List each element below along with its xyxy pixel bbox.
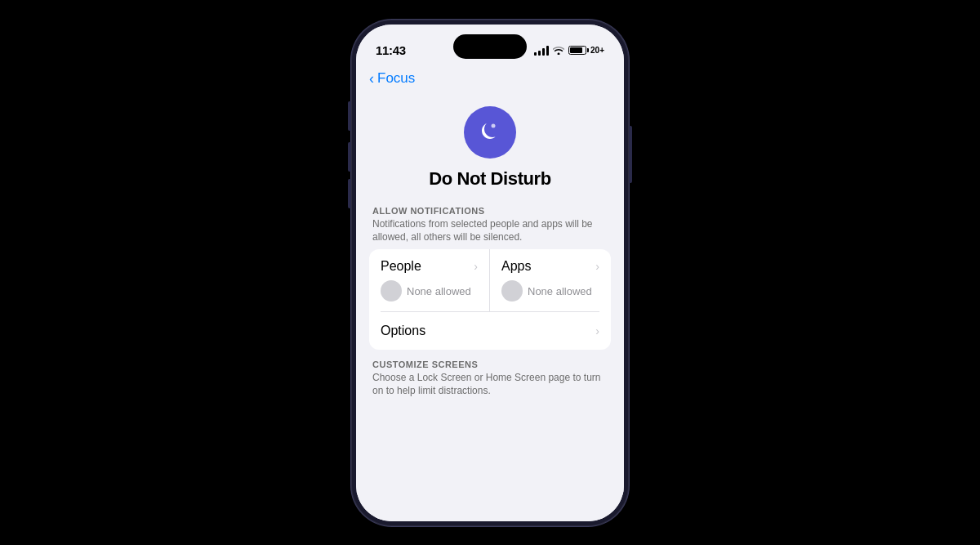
allow-notifications-section: ALLOW NOTIFICATIONS Notifications from s… [369, 206, 611, 350]
notifications-card: People › None allowed [369, 249, 611, 350]
apps-avatar [501, 280, 523, 302]
hero-section: Do Not Disturb [356, 93, 624, 206]
options-label: Options [381, 324, 425, 338]
people-chevron-icon: › [474, 260, 478, 273]
settings-sections: ALLOW NOTIFICATIONS Notifications from s… [356, 206, 624, 521]
section-header-notifications: ALLOW NOTIFICATIONS Notifications from s… [369, 206, 611, 250]
status-time: 11:43 [376, 43, 406, 57]
content-area: ‹ Focus Do Not Disturb ALLOW NOT [356, 65, 624, 521]
options-row[interactable]: Options › [369, 312, 611, 350]
apps-label: Apps [501, 259, 531, 274]
apps-status: None allowed [528, 285, 592, 297]
people-status: None allowed [407, 285, 471, 297]
page-title: Do Not Disturb [429, 168, 551, 190]
battery-label: 20+ [590, 46, 604, 55]
back-chevron-icon: ‹ [369, 71, 374, 86]
back-nav[interactable]: ‹ Focus [356, 65, 624, 93]
people-status-row: None allowed [381, 280, 478, 302]
people-item[interactable]: People › None allowed [369, 249, 490, 311]
section-subtitle-customize: Choose a Lock Screen or Home Screen page… [372, 371, 608, 399]
section-title-customize: CUSTOMIZE SCREENS [372, 360, 608, 369]
battery-icon: 20+ [568, 46, 604, 55]
phone-screen: 11:43 20+ [356, 25, 624, 521]
signal-icon [534, 46, 549, 56]
apps-header: Apps › [501, 259, 599, 274]
apps-item[interactable]: Apps › None allowed [490, 249, 611, 311]
wifi-icon [553, 45, 564, 56]
people-header: People › [381, 259, 478, 274]
people-label: People [381, 259, 421, 274]
back-nav-label: Focus [377, 70, 415, 87]
options-chevron-icon: › [595, 324, 599, 337]
status-icons: 20+ [534, 45, 604, 56]
customize-screens-section: CUSTOMIZE SCREENS Choose a Lock Screen o… [369, 360, 611, 404]
apps-status-row: None allowed [501, 280, 599, 302]
people-avatar [381, 280, 402, 302]
phone-frame: 11:43 20+ [351, 20, 629, 526]
section-title-notifications: ALLOW NOTIFICATIONS [372, 206, 608, 216]
notifications-grid: People › None allowed [369, 249, 611, 311]
section-subtitle-notifications: Notifications from selected people and a… [372, 217, 608, 245]
section-header-customize: CUSTOMIZE SCREENS Choose a Lock Screen o… [369, 360, 611, 404]
apps-chevron-icon: › [595, 260, 599, 273]
svg-point-0 [492, 123, 496, 127]
dynamic-island [453, 34, 527, 59]
dnd-icon [464, 106, 516, 159]
